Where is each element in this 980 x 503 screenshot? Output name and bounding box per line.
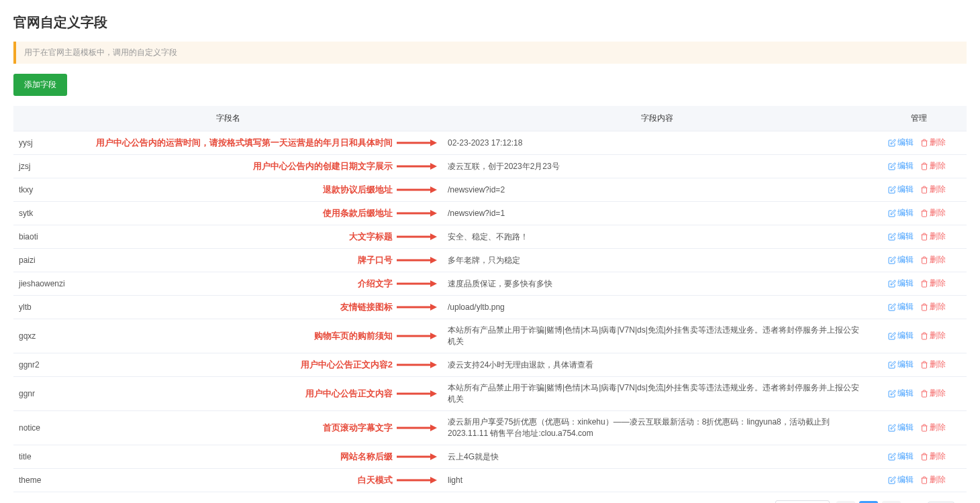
- row-annotation: 白天模式: [358, 474, 393, 486]
- field-key: sytk: [19, 209, 33, 218]
- edit-icon: [888, 209, 896, 217]
- edit-icon: [888, 233, 896, 241]
- delete-button[interactable]: 删除: [920, 451, 946, 462]
- delete-button[interactable]: 删除: [920, 301, 946, 313]
- page-1-button[interactable]: 1: [859, 501, 878, 504]
- field-key: biaoti: [19, 232, 38, 241]
- delete-button[interactable]: 删除: [920, 160, 946, 172]
- delete-button[interactable]: 删除: [920, 422, 946, 433]
- delete-button[interactable]: 删除: [920, 359, 946, 370]
- field-key: tkxy: [19, 185, 33, 194]
- svg-marker-3: [430, 163, 437, 170]
- arrow-icon: [397, 280, 437, 288]
- arrow-icon: [397, 476, 437, 484]
- arrow-icon: [397, 424, 437, 432]
- svg-marker-9: [430, 233, 437, 240]
- svg-marker-15: [430, 304, 437, 311]
- edit-icon: [888, 280, 896, 288]
- delete-button[interactable]: 删除: [920, 278, 946, 289]
- edit-button[interactable]: 编辑: [888, 474, 914, 486]
- prev-page-button[interactable]: [836, 501, 855, 504]
- trash-icon: [920, 361, 928, 369]
- row-annotation: 介绍文字: [358, 278, 393, 290]
- trash-icon: [920, 209, 928, 217]
- trash-icon: [920, 332, 928, 340]
- delete-button[interactable]: 删除: [920, 474, 946, 486]
- field-content: 02-23-2023 17:12:18: [448, 138, 522, 148]
- edit-icon: [888, 453, 896, 461]
- field-key: theme: [19, 476, 41, 485]
- page-title: 官网自定义字段: [13, 13, 967, 32]
- delete-button[interactable]: 删除: [920, 388, 946, 399]
- field-key: notice: [19, 423, 40, 433]
- field-key: yysj: [19, 138, 33, 148]
- row-annotation: 牌子口号: [358, 254, 393, 266]
- arrow-icon: [397, 361, 437, 369]
- table-row: jieshaowenzi 介绍文字 速度品质保证，要多快有多快 编辑 删除: [13, 272, 967, 296]
- edit-button[interactable]: 编辑: [888, 278, 914, 289]
- delete-button[interactable]: 删除: [920, 137, 946, 148]
- field-content: /upload/yltb.png: [448, 302, 505, 312]
- add-field-button[interactable]: 添加字段: [13, 74, 67, 96]
- delete-button[interactable]: 删除: [920, 254, 946, 266]
- edit-button[interactable]: 编辑: [888, 254, 914, 266]
- pagination: 20条/页 1 前往 页: [775, 500, 967, 503]
- trash-icon: [920, 139, 928, 147]
- delete-button[interactable]: 删除: [920, 231, 946, 242]
- field-content: 多年老牌，只为稳定: [448, 256, 520, 265]
- svg-marker-7: [430, 210, 437, 217]
- table-row: tkxy 退款协议后缀地址 /newsview?id=2 编辑 删除: [13, 178, 967, 202]
- delete-button[interactable]: 删除: [920, 207, 946, 219]
- trash-icon: [920, 303, 928, 311]
- field-key: jieshaowenzi: [19, 279, 65, 288]
- table-row: title 网站名称后缀 云上4G就是快 编辑 删除: [13, 445, 967, 469]
- hint-alert: 用于在官网主题模板中，调用的自定义字段: [13, 42, 967, 64]
- edit-icon: [888, 361, 896, 369]
- edit-button[interactable]: 编辑: [888, 330, 914, 341]
- trash-icon: [920, 162, 928, 170]
- trash-icon: [920, 453, 928, 461]
- table-row: gqxz 购物车页的购前须知 本站所有产品禁止用于诈骗|赌博|色情|木马|病毒|…: [13, 319, 967, 353]
- edit-icon: [888, 256, 896, 264]
- edit-icon: [888, 476, 896, 484]
- edit-button[interactable]: 编辑: [888, 422, 914, 433]
- row-annotation: 退款协议后缀地址: [323, 184, 393, 196]
- svg-marker-23: [430, 425, 437, 431]
- edit-button[interactable]: 编辑: [888, 231, 914, 242]
- edit-button[interactable]: 编辑: [888, 301, 914, 313]
- edit-button[interactable]: 编辑: [888, 451, 914, 462]
- arrow-icon: [397, 303, 437, 311]
- field-content: 本站所有产品禁止用于诈骗|赌博|色情|木马|病毒|V7N|ds|免流|外挂售卖等…: [448, 383, 859, 404]
- edit-button[interactable]: 编辑: [888, 184, 914, 195]
- arrow-icon: [397, 162, 437, 170]
- edit-button[interactable]: 编辑: [888, 359, 914, 370]
- field-content: 凌云互联，创于2023年2月23号: [448, 162, 560, 171]
- table-row: biaoti 大文字标题 安全、稳定、不跑路！ 编辑 删除: [13, 225, 967, 249]
- header-content: 字段内容: [442, 106, 871, 131]
- row-annotation: 用户中心公告正文内容2: [301, 359, 393, 371]
- svg-marker-21: [430, 390, 437, 397]
- delete-button[interactable]: 删除: [920, 330, 946, 341]
- field-key: yltb: [19, 302, 32, 312]
- table-row: sytk 使用条款后缀地址 /newsview?id=1 编辑 删除: [13, 202, 967, 225]
- edit-icon: [888, 332, 896, 340]
- row-annotation: 购物车页的购前须知: [314, 330, 393, 342]
- field-key: title: [19, 452, 32, 461]
- field-content: 云上4G就是快: [448, 452, 499, 461]
- field-content: /newsview?id=1: [448, 209, 505, 218]
- edit-button[interactable]: 编辑: [888, 160, 914, 172]
- table-row: yysj 用户中心公告内的运营时间，请按格式填写第一天运营是的年月日和具体时间 …: [13, 131, 967, 155]
- edit-button[interactable]: 编辑: [888, 388, 914, 399]
- field-content: 本站所有产品禁止用于诈骗|赌博|色情|木马|病毒|V7N|ds|免流|外挂售卖等…: [448, 325, 859, 346]
- row-annotation: 首页滚动字幕文字: [323, 422, 393, 434]
- page-size-select[interactable]: 20条/页: [775, 500, 830, 503]
- edit-button[interactable]: 编辑: [888, 137, 914, 148]
- trash-icon: [920, 186, 928, 194]
- next-page-button[interactable]: [882, 501, 901, 504]
- svg-marker-27: [430, 477, 437, 484]
- edit-button[interactable]: 编辑: [888, 207, 914, 219]
- table-row: jzsj 用户中心公告内的创建日期文字展示 凌云互联，创于2023年2月23号 …: [13, 155, 967, 178]
- svg-marker-19: [430, 361, 437, 368]
- svg-marker-13: [430, 280, 437, 287]
- delete-button[interactable]: 删除: [920, 184, 946, 195]
